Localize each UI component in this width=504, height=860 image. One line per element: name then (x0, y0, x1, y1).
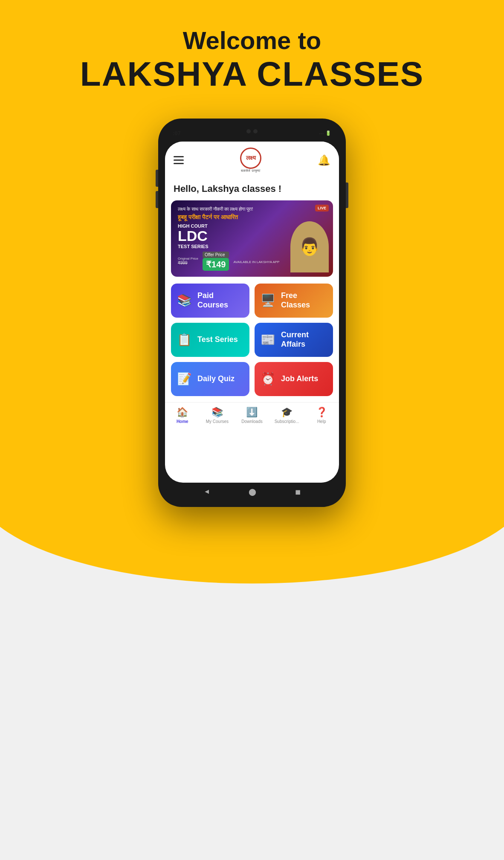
volume-up-button (156, 170, 158, 187)
original-label: Original Price (178, 257, 198, 261)
page-wrapper: Welcome to LAKSHYA CLASSES :07 ▪▪▪ (0, 0, 504, 860)
phone-frame: :07 ▪▪▪ 🔋 (158, 119, 346, 507)
my-courses-nav-label: My Courses (206, 419, 229, 424)
power-button (346, 182, 348, 208)
nav-home[interactable]: 🏠 Home (170, 407, 195, 424)
nav-my-courses[interactable]: 📚 My Courses (204, 407, 230, 424)
home-nav-label: Home (177, 419, 188, 424)
daily-quiz-label: Daily Quiz (197, 374, 235, 384)
offer-label: Offer Price (203, 252, 229, 258)
live-badge: LIVE (315, 205, 329, 211)
downloads-icon: ⬇️ (246, 407, 258, 418)
help-nav-label: Help (317, 419, 326, 424)
paid-courses-label: PaidCourses (197, 291, 228, 310)
daily-quiz-button[interactable]: 📝 Daily Quiz (171, 362, 249, 396)
status-time: :07 (173, 130, 181, 136)
android-nav-bar: ◄ ⬤ ◼ (165, 483, 339, 500)
job-alerts-label: Job Alerts (281, 374, 318, 384)
promo-banner[interactable]: लक्ष्य के साथ सरकारी नौकरी का लक्ष्य होग… (171, 200, 333, 277)
android-recents-button[interactable]: ◼ (295, 488, 301, 496)
logo-circle: लक्ष्य (240, 148, 261, 169)
phone-screen: लक्ष्य बलासेर्ज उत्कृष्ट 🔔 Hello, Lakshy… (165, 142, 339, 483)
help-icon: ❓ (316, 407, 327, 418)
welcome-text: Welcome to (183, 26, 321, 55)
status-icons: ▪▪▪ 🔋 (319, 130, 331, 136)
person-image: 👨 (290, 221, 329, 272)
camera-dot (246, 129, 251, 133)
android-back-button[interactable]: ◄ (203, 488, 210, 495)
hamburger-line-2 (174, 159, 184, 161)
greeting-text: Hello, Lakshya classes ! (165, 179, 339, 200)
paid-courses-icon: 📚 (177, 293, 192, 307)
notification-bell[interactable]: 🔔 (318, 154, 330, 166)
nav-subscription[interactable]: 🎓 Subscriptio... (274, 407, 300, 424)
free-classes-icon: 🖥️ (261, 293, 276, 307)
logo-subtitle: बलासेर्ज उत्कृष्ट (241, 169, 260, 173)
nav-downloads[interactable]: ⬇️ Downloads (239, 407, 265, 424)
current-affairs-icon: 📰 (261, 333, 276, 347)
signal-icon: ▪▪▪ (319, 131, 324, 136)
hamburger-line-3 (174, 163, 184, 164)
paid-courses-button[interactable]: 📚 PaidCourses (171, 284, 249, 318)
brand-text: LAKSHYA CLASSES (80, 55, 424, 93)
original-price: ₹999 (178, 261, 198, 265)
phone-mockup: :07 ▪▪▪ 🔋 (158, 119, 346, 507)
test-series-icon: 📋 (177, 333, 192, 347)
android-home-button[interactable]: ⬤ (249, 488, 256, 496)
free-classes-label: FreeClasses (281, 291, 310, 310)
menu-grid: 📚 PaidCourses 🖥️ FreeClasses 📋 Test Seri… (165, 284, 339, 402)
test-series-label: Test Series (197, 335, 238, 345)
notch (224, 125, 280, 137)
home-icon: 🏠 (177, 407, 188, 418)
subscription-icon: 🎓 (281, 407, 293, 418)
speaker-dot (253, 129, 258, 133)
hamburger-menu[interactable] (174, 156, 184, 164)
banner-person: 👨 (290, 221, 333, 277)
offer-price: ₹149 (203, 258, 229, 271)
status-bar: :07 ▪▪▪ 🔋 (165, 125, 339, 142)
free-classes-button[interactable]: 🖥️ FreeClasses (255, 284, 333, 318)
nav-help[interactable]: ❓ Help (309, 407, 334, 424)
app-logo: लक्ष्य बलासेर्ज उत्कृष्ट (240, 148, 261, 173)
banner-available: AVAILABLE IN LAKSHYA APP (233, 260, 279, 264)
hamburger-line-1 (174, 156, 184, 157)
daily-quiz-icon: 📝 (177, 372, 192, 386)
current-affairs-label: CurrentAffairs (281, 330, 309, 349)
bottom-navigation: 🏠 Home 📚 My Courses ⬇️ Downloads (165, 402, 339, 426)
downloads-nav-label: Downloads (241, 419, 262, 424)
volume-down-button (156, 191, 158, 208)
banner-top-text: लक्ष्य के साथ सरकारी नौकरी का लक्ष्य होग… (178, 206, 327, 212)
my-courses-icon: 📚 (211, 407, 223, 418)
app-header: लक्ष्य बलासेर्ज उत्कृष्ट 🔔 (165, 142, 339, 179)
job-alerts-button[interactable]: ⏰ Job Alerts (255, 362, 333, 396)
banner-hindi-text: हूबहू परीक्षा पैटर्न पर आधारित (178, 214, 327, 221)
yellow-header: Welcome to LAKSHYA CLASSES :07 ▪▪▪ (0, 0, 504, 507)
subscription-nav-label: Subscriptio... (275, 419, 299, 424)
logo-symbol: लक्ष्य (246, 154, 256, 162)
battery-icon: 🔋 (325, 130, 331, 136)
current-affairs-button[interactable]: 📰 CurrentAffairs (255, 323, 333, 357)
test-series-button[interactable]: 📋 Test Series (171, 323, 249, 357)
job-alerts-icon: ⏰ (261, 372, 276, 386)
